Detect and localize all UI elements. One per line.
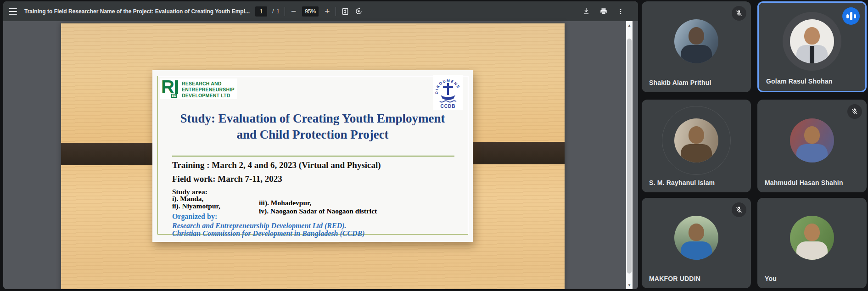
participant-name: Golam Rasul Shohan — [766, 78, 832, 85]
pdf-viewport[interactable]: R ED RESEARCH AND ENTREPRENEURSHIP DEVEL… — [3, 21, 638, 289]
participant-name: MAKFOR UDDIN — [649, 275, 700, 282]
avatar — [674, 118, 718, 162]
page-number-input[interactable]: 1 — [255, 6, 267, 17]
red-logo: R ED RESEARCH AND ENTREPRENEURSHIP DEVEL… — [160, 78, 237, 99]
avatar — [674, 216, 718, 260]
toolbar-divider — [285, 7, 285, 16]
organized-by-label: Organized by: — [172, 213, 217, 221]
study-area-column-1: i). Manda, ii). Niyamotpur, — [172, 195, 220, 210]
participant-tile[interactable]: Mahmudul Hasan Shahin — [757, 100, 867, 192]
page-separator: / — [272, 8, 274, 15]
zoom-in-button[interactable]: + — [324, 7, 330, 16]
red-logo-text: RESEARCH AND ENTREPRENEURSHIP DEVELOPMEN… — [182, 79, 235, 98]
speaking-indicator-icon — [842, 7, 860, 25]
participant-tile-speaking[interactable]: Golam Rasul Shohan — [757, 1, 867, 92]
fit-to-page-icon[interactable] — [341, 7, 349, 16]
avatar — [790, 19, 834, 63]
participant-name: Shakib Alam Prithul — [649, 79, 711, 86]
page-total: 1 — [276, 8, 280, 15]
menu-icon[interactable] — [9, 8, 17, 15]
organizer-names: Research and Entrepreneurship Developmen… — [172, 222, 365, 238]
screen-share-region: Training to Field Researcher Name of the… — [0, 0, 641, 291]
participant-name: You — [765, 275, 777, 282]
scrollbar[interactable]: ▲ ▼ — [626, 21, 633, 289]
toolbar-divider — [336, 7, 336, 16]
participant-name: S. M. Rayhanul Islam — [649, 179, 715, 186]
pdf-viewer-window: Training to Field Researcher Name of the… — [3, 1, 638, 289]
avatar — [790, 216, 834, 260]
slide-card: R ED RESEARCH AND ENTREPRENEURSHIP DEVEL… — [152, 70, 473, 242]
mic-off-icon — [732, 202, 746, 217]
participant-tile-self[interactable]: You — [757, 198, 867, 288]
avatar — [790, 118, 834, 162]
fieldwork-dates: Field work: March 7-11, 2023 — [172, 174, 282, 184]
slide-page: R ED RESEARCH AND ENTREPRENEURSHIP DEVEL… — [61, 23, 565, 289]
pdf-toolbar: Training to Field Researcher Name of the… — [3, 1, 638, 21]
scroll-up-arrow[interactable]: ▲ — [626, 22, 633, 28]
training-dates: Training : March 2, 4 and 6, 2023 (Virtu… — [172, 160, 381, 170]
download-icon[interactable] — [582, 7, 590, 16]
svg-text:CCDB: CCDB — [441, 104, 456, 109]
document-title: Training to Field Researcher Name of the… — [24, 8, 245, 15]
scrollbar-thumb[interactable] — [627, 39, 632, 274]
zoom-out-button[interactable]: − — [290, 7, 297, 16]
slide-ribbon-left — [61, 143, 159, 165]
more-options-icon[interactable] — [617, 8, 624, 15]
red-logo-icon: R ED — [161, 79, 178, 98]
zoom-level-input[interactable]: 95% — [302, 6, 319, 17]
participant-tile[interactable]: Shakib Alam Prithul — [642, 1, 751, 92]
mic-off-icon — [732, 6, 746, 21]
ccdb-logo: OIKOUMENE CCDB — [433, 75, 463, 110]
green-divider — [172, 156, 454, 157]
mic-off-icon — [847, 104, 862, 119]
slide-title: Study: Evaluation of Creating Youth Empl… — [152, 111, 473, 143]
avatar — [674, 19, 718, 63]
participant-tile[interactable]: MAKFOR UDDIN — [642, 198, 751, 288]
participant-name: Mahmudul Hasan Shahin — [765, 179, 843, 186]
participant-tile[interactable]: S. M. Rayhanul Islam — [642, 100, 751, 192]
scroll-down-arrow[interactable]: ▼ — [626, 282, 633, 288]
study-area-column-2: iii). Mohadevpur, iv). Naogaon Sadar of … — [259, 199, 377, 215]
print-icon[interactable] — [599, 7, 608, 16]
rotate-icon[interactable] — [354, 7, 363, 16]
slide-ribbon-right — [461, 142, 565, 164]
